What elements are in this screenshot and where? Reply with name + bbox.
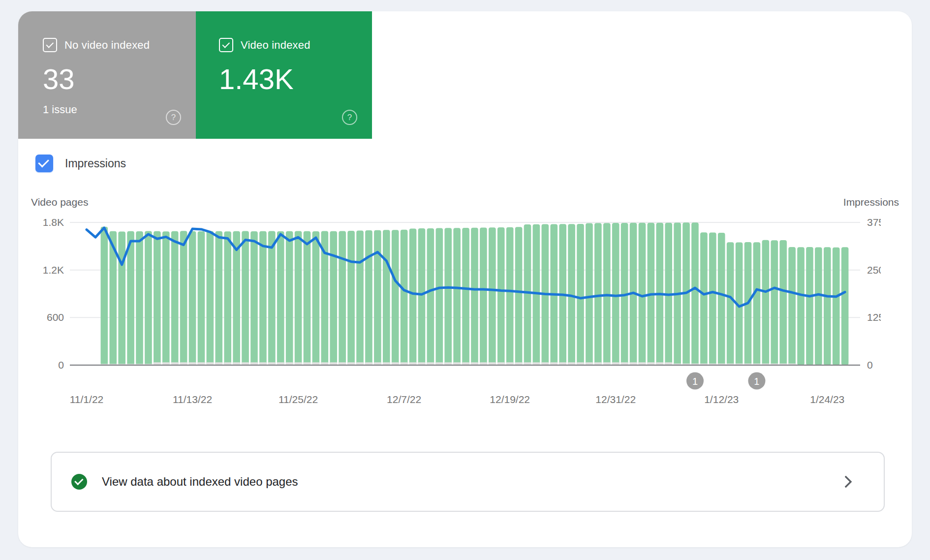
indexed-bar[interactable] (118, 232, 125, 365)
x-axis-date-label: 11/25/22 (279, 394, 318, 405)
indexed-bar[interactable] (347, 231, 355, 365)
indexed-bar[interactable] (312, 231, 320, 365)
indexed-bar[interactable] (180, 231, 187, 365)
indexed-bar[interactable] (797, 247, 805, 365)
indexed-bar[interactable] (497, 227, 505, 365)
indexed-bar[interactable] (365, 230, 372, 365)
indexed-bar[interactable] (506, 227, 514, 365)
left-axis-tick: 0 (58, 359, 64, 371)
indexed-bar[interactable] (841, 247, 849, 365)
indexed-bar[interactable] (753, 242, 761, 365)
indexed-bar[interactable] (136, 231, 143, 365)
right-axis-tick: 250K (867, 264, 881, 276)
indexed-bar[interactable] (171, 231, 179, 365)
indexed-bar[interactable] (436, 228, 443, 365)
help-icon[interactable]: ? (166, 110, 181, 125)
check-circle-icon (71, 474, 87, 490)
indexed-bar[interactable] (356, 230, 364, 365)
indexed-bar[interactable] (401, 230, 408, 365)
indexed-bar[interactable] (233, 231, 240, 365)
indexed-bar[interactable] (259, 231, 267, 365)
left-axis-tick: 1.8K (43, 217, 64, 228)
indexed-bar[interactable] (639, 223, 646, 365)
metric-card-video-indexed[interactable]: Video indexed 1.43K ? (196, 11, 372, 139)
indexed-bar[interactable] (533, 224, 540, 365)
indexed-bar[interactable] (427, 228, 434, 365)
indexed-bar[interactable] (788, 247, 796, 365)
indexed-bar[interactable] (586, 223, 593, 365)
indexed-bar[interactable] (374, 230, 381, 365)
help-icon[interactable]: ? (342, 110, 357, 125)
indexed-bar[interactable] (304, 231, 311, 365)
indexed-bar[interactable] (418, 228, 426, 365)
indexed-bar[interactable] (779, 240, 787, 365)
indexing-chart[interactable]: 111.8K1.2K6000375K250K125K011/1/2211/13/… (30, 194, 881, 411)
indexed-bar[interactable] (524, 224, 531, 365)
indexed-bar[interactable] (207, 231, 214, 365)
x-axis-date-label: 12/7/22 (387, 394, 421, 405)
indexed-bar[interactable] (489, 227, 496, 365)
indexed-bar[interactable] (242, 231, 249, 365)
indexed-bar[interactable] (612, 223, 620, 365)
indexed-bar[interactable] (471, 228, 478, 365)
indexed-bar[interactable] (824, 247, 831, 365)
indexed-bar[interactable] (198, 231, 205, 365)
indexed-bar[interactable] (815, 248, 822, 365)
indexed-bar[interactable] (700, 232, 708, 365)
indexed-bar[interactable] (806, 247, 813, 365)
indexed-bar[interactable] (189, 231, 196, 365)
indexed-bar[interactable] (154, 231, 161, 365)
indexed-bar[interactable] (462, 228, 469, 365)
indexed-bar[interactable] (444, 228, 452, 365)
x-axis-date-label: 11/13/22 (173, 394, 212, 405)
indexed-bar[interactable] (286, 231, 293, 365)
indexed-bar[interactable] (383, 230, 390, 365)
indexed-bar[interactable] (453, 228, 461, 365)
checkmark-icon (74, 476, 83, 485)
chart-area: 111.8K1.2K6000375K250K125K011/1/2211/13/… (30, 194, 881, 411)
issue-badge-count: 1 (692, 376, 698, 387)
indexed-bar[interactable] (762, 240, 770, 365)
indexed-bar[interactable] (250, 231, 258, 365)
indexed-bar[interactable] (295, 231, 302, 365)
right-axis-tick: 125K (867, 311, 881, 323)
metric-card-no-video-indexed[interactable]: No video indexed 33 1 issue ? (18, 11, 196, 139)
indexed-bar[interactable] (480, 227, 487, 365)
impressions-checkbox[interactable] (35, 155, 53, 172)
x-axis-date-label: 1/12/23 (704, 394, 739, 405)
indexed-bar[interactable] (277, 231, 284, 365)
right-axis-tick: 375K (867, 217, 881, 228)
indexed-bar[interactable] (718, 233, 725, 365)
no-video-indexed-count: 33 (43, 65, 196, 93)
indexed-bar[interactable] (709, 233, 716, 365)
indexed-bar[interactable] (594, 223, 602, 365)
x-axis-date-label: 1/24/23 (810, 394, 844, 405)
indexed-bar[interactable] (216, 231, 223, 365)
indexed-bar[interactable] (101, 227, 108, 365)
view-data-label: View data about indexed video pages (102, 475, 298, 489)
indexed-bar[interactable] (771, 240, 778, 365)
indexed-bar[interactable] (727, 242, 734, 365)
issue-badge-count: 1 (754, 376, 759, 387)
x-axis-date-label: 12/19/22 (490, 394, 530, 405)
no-video-indexed-checkbox[interactable] (43, 38, 57, 52)
video-indexed-count: 1.43K (219, 65, 372, 93)
x-axis-date-label: 11/1/22 (70, 394, 104, 405)
indexed-bar[interactable] (691, 222, 699, 365)
indexed-bar[interactable] (833, 248, 840, 365)
indexed-bar[interactable] (392, 230, 399, 365)
indexed-bar[interactable] (145, 231, 152, 365)
indexed-bar[interactable] (224, 231, 231, 365)
video-indexed-checkbox[interactable] (219, 38, 233, 52)
indexed-bar[interactable] (268, 231, 276, 365)
indexed-bar[interactable] (339, 231, 346, 365)
indexed-bar[interactable] (409, 229, 417, 365)
indexed-bar[interactable] (577, 224, 584, 365)
indexed-bar[interactable] (330, 231, 337, 365)
view-data-link[interactable]: View data about indexed video pages (51, 452, 885, 512)
impressions-toggle-row: Impressions (35, 155, 126, 172)
indexed-bar[interactable] (162, 231, 170, 365)
card-label: Video indexed (241, 39, 310, 52)
indexed-bar[interactable] (515, 227, 523, 365)
left-axis-tick: 1.2K (43, 264, 64, 276)
